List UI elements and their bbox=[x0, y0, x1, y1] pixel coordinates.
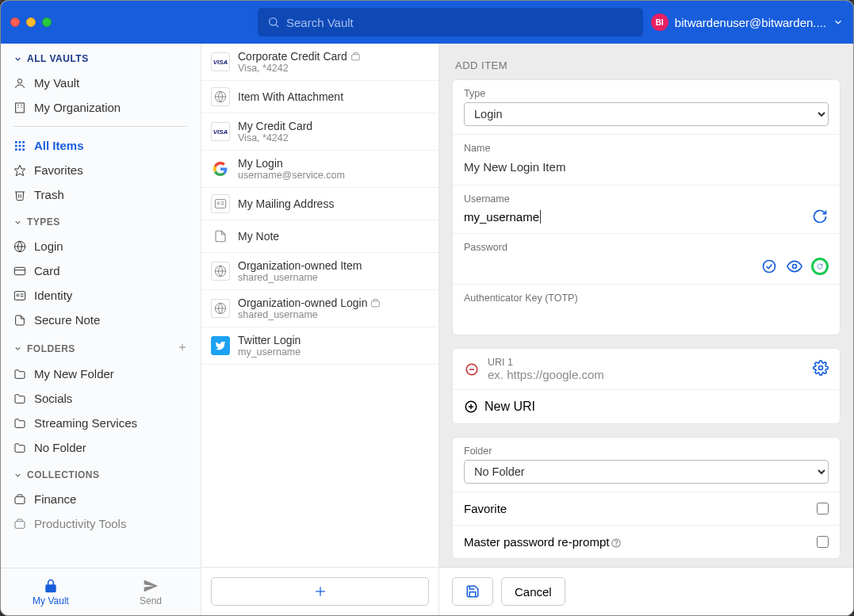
tab-send[interactable]: Send bbox=[101, 568, 201, 615]
svg-point-49 bbox=[616, 545, 617, 546]
collections-header[interactable]: COLLECTIONS bbox=[1, 460, 201, 487]
reprompt-checkbox[interactable] bbox=[817, 536, 829, 548]
sidebar-folder[interactable]: My New Folder bbox=[1, 362, 201, 386]
folder-select[interactable]: No Folder bbox=[464, 460, 829, 484]
sidebar-my-org[interactable]: My Organization bbox=[1, 95, 201, 120]
list-item[interactable]: Organization-owned Itemshared_username bbox=[201, 253, 438, 290]
chevron-down-icon bbox=[13, 344, 22, 353]
generate-password-button[interactable] bbox=[811, 258, 829, 275]
globe-icon bbox=[13, 240, 26, 253]
types-header[interactable]: TYPES bbox=[1, 207, 201, 234]
search-field[interactable] bbox=[258, 8, 643, 36]
trash-icon bbox=[13, 189, 26, 201]
maximize-window[interactable] bbox=[42, 17, 52, 27]
account-menu[interactable]: BI bitwardenuser@bitwarden.... bbox=[651, 13, 844, 31]
svg-point-40 bbox=[764, 260, 775, 272]
remove-uri-button[interactable] bbox=[464, 362, 480, 377]
list-item[interactable]: VISAMy Credit CardVisa, *4242 bbox=[201, 113, 438, 151]
sidebar-my-vault[interactable]: My Vault bbox=[1, 71, 201, 95]
card-icon bbox=[13, 265, 26, 277]
svg-rect-8 bbox=[15, 141, 17, 143]
sidebar-folder[interactable]: No Folder bbox=[1, 435, 201, 460]
reprompt-row: Master password re-prompt bbox=[453, 526, 840, 558]
svg-rect-3 bbox=[16, 103, 25, 113]
bottom-tabs: My Vault Send bbox=[1, 568, 201, 615]
svg-rect-28 bbox=[15, 521, 25, 528]
add-item-button[interactable] bbox=[211, 577, 429, 606]
sidebar-folder[interactable]: Socials bbox=[1, 386, 201, 411]
list-item[interactable]: My Mailing Address bbox=[201, 188, 438, 220]
cancel-button[interactable]: Cancel bbox=[501, 577, 565, 606]
sidebar-all-items[interactable]: All Items bbox=[1, 133, 201, 158]
building-icon bbox=[13, 101, 26, 114]
check-password-button[interactable] bbox=[760, 258, 778, 275]
minimize-window[interactable] bbox=[26, 17, 36, 27]
svg-marker-17 bbox=[14, 165, 25, 175]
all-vaults-header[interactable]: ALL VAULTS bbox=[1, 44, 201, 71]
toggle-visibility-button[interactable] bbox=[786, 258, 803, 275]
sidebar-type-card[interactable]: Card bbox=[1, 258, 201, 283]
list-item[interactable]: My Loginusername@service.com bbox=[201, 151, 438, 188]
uri-input[interactable]: ex. https://google.com bbox=[488, 368, 805, 381]
uri-options-button[interactable] bbox=[813, 360, 829, 379]
favorite-checkbox[interactable] bbox=[817, 503, 829, 515]
window-controls bbox=[10, 17, 52, 27]
svg-rect-11 bbox=[15, 144, 17, 147]
eye-icon bbox=[787, 258, 802, 274]
chevron-down-icon bbox=[833, 17, 844, 28]
plus-icon bbox=[312, 583, 328, 599]
sidebar-type-identity[interactable]: Identity bbox=[1, 283, 201, 308]
collection-icon bbox=[13, 518, 26, 530]
sidebar-collection[interactable]: Finance bbox=[1, 487, 201, 511]
sidebar-folder[interactable]: Streaming Services bbox=[1, 411, 201, 435]
tab-my-vault[interactable]: My Vault bbox=[1, 568, 101, 615]
svg-point-32 bbox=[217, 202, 220, 205]
svg-rect-15 bbox=[19, 148, 21, 151]
chevron-down-icon bbox=[13, 218, 22, 227]
totp-input[interactable] bbox=[464, 307, 829, 327]
new-uri-button[interactable]: New URI bbox=[453, 390, 840, 423]
sidebar-favorites[interactable]: Favorites bbox=[1, 158, 201, 182]
sidebar-type-login[interactable]: Login bbox=[1, 234, 201, 258]
type-select[interactable]: Login bbox=[464, 102, 829, 126]
list-item[interactable]: Item With Attachment bbox=[201, 81, 438, 113]
add-folder-button[interactable] bbox=[177, 342, 188, 355]
svg-rect-37 bbox=[372, 300, 380, 306]
field-username: Username my_username bbox=[453, 186, 840, 234]
gear-icon bbox=[813, 360, 829, 376]
name-input[interactable] bbox=[464, 157, 829, 177]
username-input[interactable]: my_username bbox=[464, 210, 539, 224]
refresh-icon bbox=[817, 258, 823, 274]
sidebar-collection[interactable]: Productivity Tools bbox=[1, 511, 201, 536]
password-input[interactable] bbox=[464, 256, 754, 276]
svg-rect-12 bbox=[19, 144, 21, 147]
svg-rect-9 bbox=[19, 141, 21, 143]
svg-point-44 bbox=[819, 365, 823, 369]
list-item[interactable]: Twitter Loginmy_username bbox=[201, 327, 438, 365]
svg-point-0 bbox=[270, 18, 277, 25]
generate-username-button[interactable] bbox=[811, 208, 829, 225]
editor-pane: ADD ITEM Type Login Name bbox=[439, 44, 853, 615]
svg-rect-19 bbox=[14, 267, 25, 274]
close-window[interactable] bbox=[10, 17, 20, 27]
folders-header[interactable]: FOLDERS bbox=[1, 332, 201, 362]
item-list: VISACorporate Credit Card Visa, *4242Ite… bbox=[201, 44, 439, 615]
svg-rect-29 bbox=[351, 54, 359, 59]
account-email: bitwardenuser@bitwarden.... bbox=[675, 16, 826, 29]
sidebar-trash[interactable]: Trash bbox=[1, 182, 201, 207]
svg-line-1 bbox=[276, 25, 278, 27]
list-item[interactable]: VISACorporate Credit Card Visa, *4242 bbox=[201, 44, 438, 81]
svg-rect-27 bbox=[15, 496, 25, 503]
save-button[interactable] bbox=[452, 577, 493, 606]
list-item[interactable]: Organization-owned Login shared_username bbox=[201, 290, 438, 327]
uri-row: URI 1 ex. https://google.com bbox=[453, 349, 840, 390]
sidebar-type-note[interactable]: Secure Note bbox=[1, 308, 201, 332]
field-totp: Authenticator Key (TOTP) bbox=[453, 285, 840, 335]
field-folder: Folder No Folder bbox=[453, 438, 840, 492]
list-item[interactable]: My Note bbox=[201, 220, 438, 253]
refresh-icon bbox=[812, 209, 828, 224]
lock-icon bbox=[43, 578, 59, 594]
field-password: Password bbox=[453, 234, 840, 285]
search-input[interactable] bbox=[286, 16, 634, 29]
help-icon[interactable] bbox=[611, 538, 622, 549]
